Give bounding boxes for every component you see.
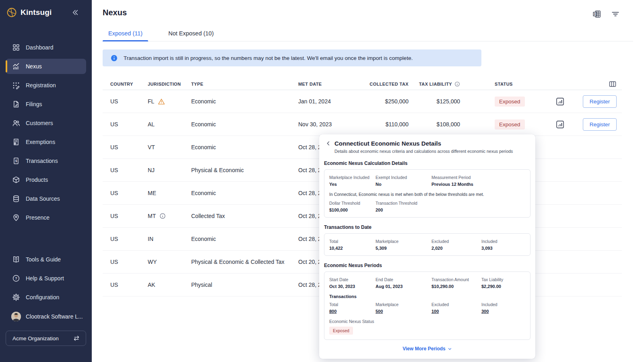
column-settings-button[interactable] bbox=[572, 80, 622, 88]
col-jurisdiction: JURISDICTION bbox=[148, 82, 191, 86]
tax-liability-info-icon[interactable] bbox=[454, 81, 460, 87]
sidebar-item-label: Dashboard bbox=[26, 44, 54, 51]
register-button[interactable]: Register bbox=[583, 118, 617, 131]
cell-country: US bbox=[110, 144, 148, 150]
view-more-periods-link[interactable]: View More Periods bbox=[324, 346, 530, 352]
sidebar-item-help-support[interactable]: ? Help & Support bbox=[6, 271, 86, 286]
svg-text:?: ? bbox=[15, 276, 17, 280]
included-link[interactable]: 300 bbox=[481, 309, 525, 314]
cell-country: US bbox=[110, 236, 148, 242]
marketplace-link[interactable]: 500 bbox=[376, 309, 431, 314]
jurisdiction-code: FL bbox=[148, 98, 154, 105]
popover-header-text: Connecticut Economic Nexus Details Detai… bbox=[334, 140, 513, 154]
sidebar-item-label: Tools & Guide bbox=[26, 256, 61, 263]
warning-icon[interactable] bbox=[158, 98, 165, 105]
sidebar-item-tools-guide[interactable]: Tools & Guide bbox=[6, 252, 86, 267]
info-banner: Transaction import is still in progress,… bbox=[103, 49, 481, 66]
exemptions-icon bbox=[12, 138, 20, 146]
sidebar-item-customers[interactable]: Customers bbox=[6, 115, 86, 131]
col-tax-liability: TAX LIABILITY bbox=[409, 81, 460, 87]
sidebar-item-transactions[interactable]: $ Transactions bbox=[6, 153, 86, 169]
cell-tax-liability: $125,000 bbox=[409, 98, 460, 105]
sidebar-item-registration[interactable]: Registration bbox=[6, 78, 86, 93]
jurisdiction-code: IN bbox=[148, 236, 153, 242]
field-excluded: Excluded 2,020 bbox=[431, 239, 481, 251]
nexus-status-label: Economic Nexus Status bbox=[329, 319, 525, 324]
table-row[interactable]: US AL Economic Nov 30, 2023 $110,000 $10… bbox=[103, 113, 622, 136]
cell-jurisdiction: MT bbox=[148, 213, 191, 219]
popover-title: Connecticut Economic Nexus Details bbox=[334, 140, 513, 147]
nexus-periods-card: Start Date Oct 30, 2023 End Date Aug 01,… bbox=[324, 272, 530, 340]
excluded-link[interactable]: 100 bbox=[431, 309, 481, 314]
transactions-to-date-heading: Transactions to Date bbox=[324, 224, 530, 230]
avatar bbox=[11, 312, 21, 321]
cell-status: Exposed bbox=[495, 119, 548, 130]
tools-guide-icon bbox=[12, 255, 20, 263]
field-period-included: Included 300 bbox=[481, 302, 525, 314]
svg-text:X: X bbox=[594, 12, 596, 16]
sidebar-bottom-nav: Tools & Guide ? Help & Support bbox=[0, 252, 92, 309]
kintsugi-logo-icon bbox=[6, 7, 17, 18]
sidebar-item-presence[interactable]: Presence bbox=[6, 210, 86, 225]
cell-jurisdiction: VT bbox=[148, 144, 191, 150]
sidebar-item-configuration[interactable]: Configuration bbox=[6, 290, 86, 305]
register-button[interactable]: Register bbox=[583, 95, 617, 108]
jurisdiction-code: AK bbox=[148, 282, 155, 288]
gear-icon bbox=[12, 293, 20, 301]
customers-icon bbox=[12, 119, 20, 127]
status-badge: Exposed bbox=[495, 97, 525, 107]
sidebar-item-filings[interactable]: Filings bbox=[6, 97, 86, 112]
cell-collected-tax: $110,000 bbox=[364, 121, 409, 128]
nexus-chart-button[interactable] bbox=[556, 97, 564, 106]
total-link[interactable]: 800 bbox=[329, 309, 376, 314]
jurisdiction-code: AL bbox=[148, 121, 155, 128]
nexus-periods-heading: Economic Nexus Periods bbox=[324, 263, 530, 268]
switch-org-icon bbox=[73, 335, 80, 341]
sidebar-item-label: Configuration bbox=[26, 294, 59, 300]
view-more-periods-label: View More Periods bbox=[402, 346, 445, 352]
info-icon[interactable] bbox=[159, 213, 166, 219]
svg-text:$: $ bbox=[15, 159, 17, 163]
table-header: COUNTRY JURISDICTION TYPE MET DATE COLLE… bbox=[103, 78, 622, 90]
tab-bar: Exposed (11) Not Exposed (10) bbox=[103, 28, 633, 41]
tab-exposed[interactable]: Exposed (11) bbox=[103, 28, 148, 41]
sidebar-item-data-sources[interactable]: Data Sources bbox=[6, 191, 86, 206]
cell-country: US bbox=[110, 259, 148, 265]
sidebar-item-nexus[interactable]: Nexus bbox=[6, 59, 86, 74]
cell-country: US bbox=[110, 121, 148, 128]
cell-jurisdiction: WY bbox=[148, 259, 191, 265]
banner-text: Transaction import is still in progress,… bbox=[124, 55, 413, 61]
app-logo: Kintsugi bbox=[6, 7, 52, 18]
field-dollar-threshold: Dollar Threshold $100,000 bbox=[329, 201, 376, 212]
cell-type: Physical & Economic & Collected Tax bbox=[191, 259, 298, 265]
cell-jurisdiction: AL bbox=[148, 121, 191, 128]
export-excel-button[interactable]: X bbox=[592, 10, 601, 19]
nexus-chart-button[interactable] bbox=[556, 120, 564, 129]
sidebar-item-label: Filings bbox=[26, 101, 42, 107]
table-row[interactable]: US FL Economic Jan 01, 2024 $250,000 $12… bbox=[103, 90, 622, 113]
sidebar-item-dashboard[interactable]: Dashboard bbox=[6, 40, 86, 55]
account-menu[interactable]: Clootrack Software L... bbox=[6, 310, 86, 323]
filter-icon[interactable] bbox=[611, 10, 620, 19]
col-status: STATUS bbox=[495, 82, 548, 86]
back-button[interactable] bbox=[326, 140, 331, 146]
cell-type: Economic bbox=[191, 236, 298, 242]
org-switcher[interactable]: Acme Organization bbox=[6, 331, 86, 346]
popover-subtitle: Details about economic nexus criteria an… bbox=[334, 149, 513, 154]
sidebar-item-exemptions[interactable]: Exemptions bbox=[6, 134, 86, 150]
sidebar-item-products[interactable]: Products bbox=[6, 172, 86, 187]
cell-collected-tax: $250,000 bbox=[364, 98, 409, 105]
registration-icon bbox=[12, 81, 20, 89]
col-met-date: MET DATE bbox=[298, 82, 364, 86]
field-tax-liability: Tax Liability $2,290.00 bbox=[481, 277, 525, 289]
sidebar: Kintsugi Dashboard Nexus bbox=[0, 0, 92, 362]
calc-details-card: Marketplace Included Yes Exempt Included… bbox=[324, 169, 530, 218]
col-collected-tax: COLLECTED TAX bbox=[364, 82, 409, 86]
sidebar-collapse-button[interactable] bbox=[72, 9, 79, 16]
cell-country: US bbox=[110, 190, 148, 196]
cell-met-date: Jan 01, 2024 bbox=[298, 98, 364, 105]
tab-not-exposed[interactable]: Not Exposed (10) bbox=[163, 28, 219, 41]
field-transaction-threshold: Transaction Threshold 200 bbox=[376, 201, 431, 212]
field-period-marketplace: Marketplace 500 bbox=[376, 302, 431, 314]
filings-icon bbox=[12, 100, 20, 108]
